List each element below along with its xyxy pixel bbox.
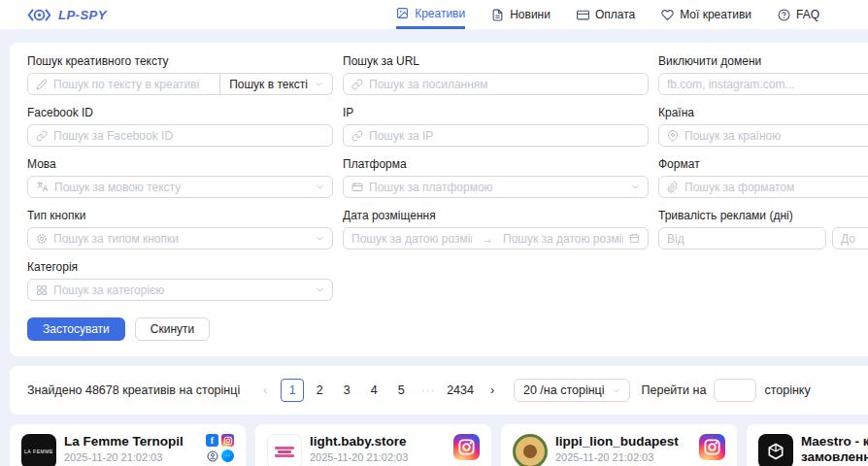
platform-select[interactable] <box>343 176 649 198</box>
country-input[interactable] <box>684 129 868 143</box>
per-page-value: 20 /на сторінці <box>523 383 605 397</box>
per-page-select[interactable]: 20 /на сторінці <box>514 379 630 402</box>
goto-page: Перейти на сторінку <box>642 379 811 402</box>
instagram-icon <box>699 434 725 460</box>
nav-news[interactable]: Новини <box>491 0 551 29</box>
category-input[interactable] <box>53 283 310 297</box>
page-button-4[interactable]: 4 <box>362 379 385 402</box>
reset-button[interactable]: Скинути <box>135 317 210 341</box>
logo[interactable]: LP-SPY <box>27 8 107 22</box>
page-button-3[interactable]: 3 <box>335 379 358 402</box>
field-label: Тип кнопки <box>27 209 333 222</box>
pages-ellipsis[interactable]: ··· <box>417 379 440 402</box>
nav-creatives[interactable]: Креативи <box>396 0 465 29</box>
button-type-input[interactable] <box>53 232 310 246</box>
chevron-down-icon <box>316 183 324 191</box>
map-pin-icon <box>667 130 679 142</box>
goto-page-input[interactable] <box>714 379 756 402</box>
card-title: Maestro - кухні, ме <box>801 434 868 449</box>
creative-card: LA FEMME La Femme Ternopil 2025-11-20 21… <box>10 424 246 466</box>
filter-duration: Тривалість реклами (дні) <box>658 209 868 250</box>
duration-to-input[interactable] <box>841 232 868 246</box>
link-icon <box>351 130 363 142</box>
apply-button[interactable]: Застосувати <box>27 317 125 341</box>
goto-prefix: Перейти на <box>642 383 707 397</box>
field-label: Формат <box>658 157 868 171</box>
platform-input[interactable] <box>369 181 625 194</box>
platform-icon <box>351 182 363 193</box>
news-icon <box>491 9 504 21</box>
page-button-1[interactable]: 1 <box>281 379 304 402</box>
category-select[interactable] <box>27 279 333 301</box>
nav-label: FAQ <box>796 8 819 21</box>
pager: ‹ 1 2 3 4 5 ··· 2434 › <box>253 379 504 402</box>
facebook-id-input[interactable] <box>53 129 324 143</box>
filter-placement-date: Дата розміщення → <box>343 209 649 250</box>
chevron-down-icon <box>315 80 323 88</box>
creatives-grid: LA FEMME La Femme Ternopil 2025-11-20 21… <box>10 424 868 466</box>
url-inputbox <box>343 73 649 95</box>
facebook-id-inputbox <box>27 124 333 147</box>
avatar <box>513 434 548 466</box>
filter-button-type: Тип кнопки <box>27 209 333 250</box>
cube-logo-icon <box>766 442 785 461</box>
search-mode-select[interactable]: Пошук в тексті <box>220 73 333 95</box>
language-select[interactable] <box>27 176 333 198</box>
card-title: La Femme Ternopil <box>64 434 198 449</box>
nav-payment[interactable]: Оплата <box>577 0 635 29</box>
field-label: Facebook ID <box>27 106 333 119</box>
format-input[interactable] <box>684 181 868 194</box>
exclude-domains-input[interactable] <box>667 78 868 91</box>
creative-card: light.baby.store 2025-11-20 21:02:03 3 d… <box>255 424 491 466</box>
filter-facebook-id: Facebook ID <box>27 106 333 147</box>
results-summary: Знайдено 48678 креативів на сторінці <box>27 383 240 397</box>
heart-icon <box>661 9 674 21</box>
instagram-icon <box>221 434 234 447</box>
avatar: LA FEMME <box>21 434 56 466</box>
ip-input[interactable] <box>369 129 640 143</box>
field-label: Країна <box>658 106 868 119</box>
filter-creative-text: Пошук креативного тексту Пошук в тексті <box>27 54 333 95</box>
page-button-last[interactable]: 2434 <box>444 379 477 402</box>
field-label: Виключити домени <box>658 54 868 68</box>
pagination-bar: Знайдено 48678 креативів на сторінці ‹ 1… <box>10 366 868 415</box>
chevron-down-icon <box>316 234 324 243</box>
duration-from-input[interactable] <box>667 232 818 246</box>
country-select[interactable] <box>658 124 868 147</box>
date-from-input[interactable] <box>351 232 472 246</box>
language-input[interactable] <box>54 181 310 194</box>
chevron-down-icon <box>612 386 620 395</box>
field-label: Тривалість реклами (дні) <box>658 209 868 222</box>
link-icon <box>351 79 363 90</box>
format-select[interactable] <box>658 176 868 198</box>
next-page-button[interactable]: › <box>481 379 504 402</box>
top-header: LP-SPY Креативи Новини Оплата Мої креати… <box>0 0 868 29</box>
date-to-input[interactable] <box>503 232 623 246</box>
facebook-icon: f <box>206 434 218 447</box>
grid-icon <box>36 284 48 296</box>
url-input[interactable] <box>369 78 640 91</box>
filter-language: Мова <box>27 157 333 198</box>
card-date: 2025-11-20 21:02:03 <box>310 451 446 463</box>
button-type-select[interactable] <box>27 227 333 250</box>
page-button-2[interactable]: 2 <box>308 379 331 402</box>
date-range-picker[interactable]: → <box>343 227 649 250</box>
nav-faq[interactable]: FAQ <box>778 0 819 29</box>
creative-card: Maestro - кухні, ме замовлення в Ужго 20… <box>747 424 868 466</box>
nav-label: Мої креативи <box>680 8 751 21</box>
filter-platform: Платформа <box>343 157 649 198</box>
network-badges: f <box>206 434 234 466</box>
card-title: light.baby.store <box>310 434 446 449</box>
search-mode-value: Пошук в тексті <box>229 78 308 91</box>
ip-inputbox <box>343 124 649 147</box>
creative-text-input[interactable] <box>53 78 212 91</box>
page-button-5[interactable]: 5 <box>389 379 413 402</box>
goto-suffix: сторінку <box>764 383 810 397</box>
nav-label: Оплата <box>595 8 635 21</box>
avatar <box>267 434 302 466</box>
card-title-line2: замовлення в Ужго <box>801 449 868 465</box>
audience-icon <box>206 449 218 462</box>
nav-my-creatives[interactable]: Мої креативи <box>661 0 751 29</box>
main-nav: Креативи Новини Оплата Мої креативи FAQ <box>396 0 819 29</box>
prev-page-button[interactable]: ‹ <box>253 379 277 402</box>
